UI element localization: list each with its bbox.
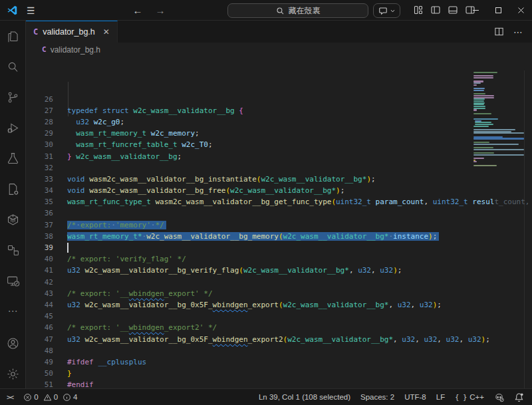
code-line-45[interactable]: 45 (26, 311, 532, 322)
git-branch-icon (6, 90, 20, 104)
code-line-51[interactable]: 51#endif (26, 379, 532, 389)
tab-validator-bg-h[interactable]: C validator_bg.h ✕ (26, 21, 118, 43)
run-debug-icon (6, 121, 20, 135)
minimap-row (473, 106, 485, 107)
copilot-status[interactable] (494, 392, 504, 402)
code-line-39[interactable]: 39 (26, 242, 532, 253)
chat-icon (378, 6, 388, 15)
tab-bar: C validator_bg.h ✕ ⋯ (26, 21, 532, 43)
selection-highlight: /*·export:·'memory'·*/ (67, 221, 166, 229)
remote-indicator[interactable]: >< (7, 393, 13, 402)
toggle-sidebar-left-icon[interactable] (430, 5, 441, 15)
tab-close-icon[interactable]: ✕ (103, 27, 110, 37)
sidebar-item-linked-squares[interactable] (0, 235, 25, 265)
code-text: u32 w2c_g0; (67, 118, 124, 126)
minimap-row (473, 100, 484, 102)
code-line-48[interactable]: 48 (26, 345, 532, 356)
sidebar-item-testing[interactable] (0, 143, 25, 174)
breadcrumb[interactable]: C validator_bg.h (26, 43, 532, 57)
code-line-27[interactable]: 27typedef struct w2c_wasm__validator__bg… (26, 105, 532, 116)
code-line-31[interactable]: 31} w2c_wasm__validator__bg; (26, 151, 532, 162)
line-number: 33 (26, 174, 67, 185)
breadcrumb-file[interactable]: validator_bg.h (51, 45, 100, 55)
minimap-row (473, 77, 493, 78)
line-number: 51 (26, 379, 67, 389)
code-line-49[interactable]: 49#ifdef __cplusplus (26, 356, 532, 368)
c-language-icon: C (42, 45, 47, 54)
account-button[interactable] (0, 328, 25, 358)
more-views-button[interactable]: ⋯ (0, 296, 25, 327)
back-button[interactable]: ← (130, 3, 145, 17)
code-line-46[interactable]: 46/* export: '__wbindgen_export2' */ (26, 322, 532, 333)
line-number: 50 (26, 368, 67, 379)
split-editor-icon[interactable] (494, 27, 504, 37)
code-text: #ifdef __cplusplus (67, 358, 146, 366)
code-line-40[interactable]: 40/* export: 'verify_flag' */ (26, 253, 532, 265)
minimap-row (473, 95, 494, 96)
code-line-32[interactable]: 32 (26, 162, 532, 174)
code-line-30[interactable]: 30 wasm_rt_funcref_table_t w2c_T0; (26, 139, 532, 150)
notifications-bell[interactable] (514, 392, 524, 402)
settings-button[interactable] (0, 358, 25, 389)
code-line-29[interactable]: 29 wasm_rt_memory_t w2c_memory; (26, 128, 532, 139)
code-line-35[interactable]: 35wasm_rt_func_type_t wasm2c_wasm__valid… (26, 196, 532, 207)
line-number: 35 (26, 196, 67, 207)
chat-dropdown-button[interactable] (373, 3, 400, 18)
menu-icon[interactable]: ☰ (27, 5, 35, 16)
minimap-row (473, 84, 477, 86)
code-line-37[interactable]: 37/*·export:·'memory'·*/ (26, 219, 532, 231)
maximize-button[interactable] (487, 0, 509, 20)
code-line-26[interactable]: 26 (26, 94, 532, 105)
minimize-button[interactable] (464, 0, 487, 20)
language-mode[interactable]: { } C++ (455, 393, 484, 401)
sidebar-item-source-control[interactable] (0, 82, 25, 112)
minimap-row (473, 113, 491, 114)
linked-squares-icon (6, 243, 20, 257)
code-line-42[interactable]: 42 (26, 277, 532, 288)
encoding[interactable]: UTF-8 (404, 393, 426, 401)
more-actions-icon[interactable]: ⋯ (513, 27, 523, 37)
problems-button[interactable]: 0 0 4 (23, 393, 77, 402)
minimap-row (473, 142, 489, 143)
line-number: 39 (26, 242, 67, 253)
sidebar-item-explorer[interactable] (0, 21, 25, 51)
code-line-44[interactable]: 44u32 w2c_wasm__validator__bg_0x5F_wbind… (26, 299, 532, 311)
minimap-row (473, 118, 498, 120)
code-text: void wasm2c_wasm__validator__bg_instanti… (67, 175, 376, 184)
line-number: 29 (26, 128, 67, 139)
close-button[interactable] (509, 0, 532, 20)
code-line-47[interactable]: 47u32 w2c_wasm__validator__bg_0x5F_wbind… (26, 334, 532, 345)
vscode-logo-icon (7, 5, 18, 16)
eol-sequence[interactable]: LF (436, 393, 445, 401)
code-line-34[interactable]: 34void wasm2c_wasm__validator__bg_free(w… (26, 185, 532, 196)
beaker-icon (6, 152, 20, 166)
code-line-33[interactable]: 33void wasm2c_wasm__validator__bg_instan… (26, 174, 532, 185)
container-cube-icon (6, 213, 20, 227)
forward-button[interactable]: → (153, 3, 168, 17)
code-line-41[interactable]: 41u32 w2c_wasm__validator__bg_verify_fla… (26, 265, 532, 276)
code-line-38[interactable]: 38wasm_rt_memory_t*·w2c_wasm__validator_… (26, 231, 532, 242)
line-number: 40 (26, 253, 67, 265)
remote-monitor-icon (6, 274, 20, 288)
sidebar-item-run-debug[interactable] (0, 112, 25, 143)
sidebar-item-file-settings[interactable] (0, 174, 25, 204)
search-icon (276, 7, 285, 15)
sidebar-item-remote-explorer[interactable] (0, 265, 25, 296)
minimap-row (473, 72, 497, 73)
code-line-50[interactable]: 50} (26, 368, 532, 379)
line-number: 28 (26, 116, 67, 128)
minimap-row (473, 82, 481, 84)
line-number: 44 (26, 299, 67, 311)
cursor-position[interactable]: Ln 39, Col 1 (108 selected) (259, 393, 350, 401)
sidebar-item-container[interactable] (0, 204, 25, 235)
customize-layout-icon[interactable] (413, 5, 424, 15)
sidebar-item-search[interactable] (0, 51, 25, 82)
command-center-search[interactable]: 藏在殼裏 (227, 3, 368, 18)
code-area[interactable]: 2627typedef struct w2c_wasm__validator__… (26, 57, 532, 389)
code-line-43[interactable]: 43/* export: '__wbindgen_export' */ (26, 288, 532, 299)
code-line-36[interactable]: 36 (26, 207, 532, 219)
toggle-panel-icon[interactable] (448, 5, 458, 15)
minimap[interactable] (473, 72, 524, 168)
code-line-28[interactable]: 28 u32 w2c_g0; (26, 116, 532, 128)
indentation[interactable]: Spaces: 2 (360, 393, 394, 401)
